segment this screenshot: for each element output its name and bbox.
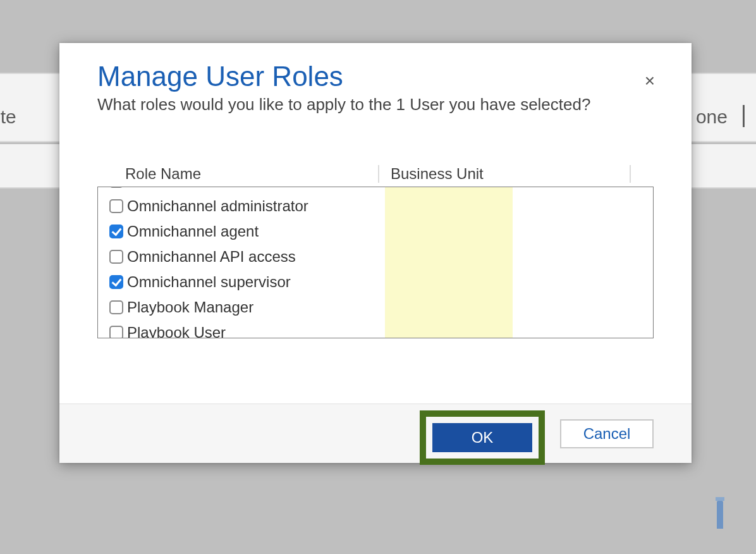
- corner-decoration: [717, 501, 723, 529]
- role-label: Omnichannel administrator: [127, 197, 308, 215]
- bg-right-fragment: one: [696, 106, 728, 128]
- cancel-button[interactable]: Cancel: [560, 419, 654, 448]
- bg-right-separator: |: [741, 101, 747, 128]
- role-row[interactable]: Playbook User: [98, 320, 653, 338]
- grid-header: Role Name Business Unit: [97, 165, 654, 187]
- role-label: Omnichannel API access: [127, 248, 296, 266]
- role-label: Omnichannel supervisor: [127, 273, 291, 291]
- role-row[interactable]: Omnichannel administrator: [98, 194, 653, 219]
- column-role-name[interactable]: Role Name: [125, 165, 378, 183]
- close-icon: ×: [645, 71, 655, 90]
- dialog-subtitle: What roles would you like to apply to th…: [97, 95, 654, 114]
- column-business-unit[interactable]: Business Unit: [384, 165, 654, 183]
- role-row[interactable]: Omnichannel agent: [98, 219, 653, 244]
- role-label: Playbook User: [127, 324, 226, 338]
- role-row[interactable]: Omnichannel supervisor: [98, 269, 653, 295]
- ok-button-highlight-frame: OK: [420, 410, 545, 465]
- role-checkbox[interactable]: [109, 300, 123, 314]
- manage-user-roles-dialog: Manage User Roles What roles would you l…: [59, 43, 692, 463]
- role-checkbox[interactable]: [109, 250, 123, 264]
- roles-grid: Role Name Business Unit Office Collabora…: [97, 165, 654, 338]
- role-checkbox[interactable]: [109, 326, 123, 338]
- role-checkbox[interactable]: [109, 187, 123, 188]
- header-separator: [630, 165, 631, 183]
- dialog-header: Manage User Roles What roles would you l…: [59, 43, 692, 121]
- dialog-footer: OK Cancel: [59, 403, 692, 463]
- role-label: Omnichannel agent: [127, 223, 259, 240]
- role-row[interactable]: Playbook Manager: [98, 295, 653, 320]
- dialog-title: Manage User Roles: [97, 61, 654, 92]
- bg-left-fragment: ite: [0, 106, 16, 128]
- header-separator: [378, 165, 379, 183]
- grid-body[interactable]: Office CollaboratorOmnichannel administr…: [97, 187, 654, 338]
- close-button[interactable]: ×: [645, 72, 655, 90]
- role-checkbox[interactable]: [109, 199, 123, 213]
- role-row[interactable]: Office Collaborator: [98, 187, 653, 194]
- role-label: Playbook Manager: [127, 299, 253, 316]
- role-row[interactable]: Omnichannel API access: [98, 244, 653, 269]
- role-checkbox[interactable]: [109, 275, 123, 289]
- role-checkbox[interactable]: [109, 225, 123, 238]
- ok-button[interactable]: OK: [432, 423, 532, 452]
- role-label: Office Collaborator: [127, 187, 253, 190]
